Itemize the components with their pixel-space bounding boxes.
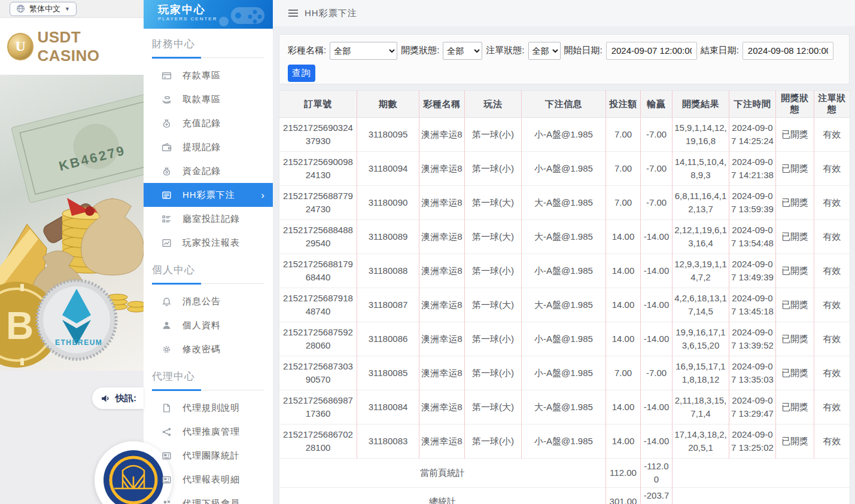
table-row: 215217256881796844031180088澳洲幸运8第一球(小)小-…	[279, 254, 850, 288]
table-cell: 14.00	[606, 220, 641, 254]
table-cell: 有效	[814, 186, 850, 220]
sidebar-item-withdraw-area[interactable]: 取款專區	[144, 87, 273, 111]
table-cell: -14.00	[641, 322, 673, 356]
table-cell: 第一球(小)	[465, 356, 522, 390]
sidebar-item-label: 代理報表明細	[182, 474, 240, 485]
order-status-label: 注單狀態:	[486, 45, 524, 56]
column-header: 開獎狀態	[776, 91, 814, 118]
sidebar-item-hh-lottery-bet[interactable]: HH彩票下注›	[144, 183, 273, 207]
deposit-card-icon	[162, 71, 172, 81]
sidebar-item-label: 個人資料	[182, 320, 221, 331]
wallet-icon	[162, 142, 172, 152]
column-header: 輸贏	[641, 91, 673, 118]
draw-status-select[interactable]: 全部	[443, 42, 482, 60]
table-cell: 31180094	[357, 152, 419, 186]
table-cell: 2024-09-07 13:49:39	[729, 254, 776, 288]
sidebar-item-funds-record[interactable]: 資金記錄	[144, 159, 273, 183]
column-header: 下注時間	[729, 91, 776, 118]
sidebar-item-agent-team-stats[interactable]: 代理團隊統計	[144, 444, 273, 468]
section-header: 代理中心	[144, 361, 273, 390]
table-row: 215217256873039057031180085澳洲幸运8第一球(小)小-…	[279, 356, 850, 390]
section-divider	[152, 56, 264, 58]
withdraw-hand-icon	[162, 94, 172, 105]
sidebar-item-room-bet-record[interactable]: 廳室投註記錄	[144, 207, 273, 231]
table-cell: 澳洲幸运8	[419, 152, 465, 186]
lottery-name-label: 彩種名稱:	[288, 45, 326, 56]
table-cell: 31180083	[357, 424, 419, 459]
table-cell: 澳洲幸运8	[419, 288, 465, 322]
sidebar-item-deposit-area[interactable]: 存款專區	[144, 63, 273, 87]
table-cell: 有效	[814, 254, 850, 288]
news-ticker[interactable]: 快訊:	[92, 387, 144, 409]
column-header: 訂單號	[279, 91, 357, 118]
news-stats-icon	[162, 451, 172, 461]
table-row: 215217256867022810031180083澳洲幸运8第一球(小)小-…	[279, 424, 850, 459]
members-icon	[162, 499, 172, 504]
table-cell: 17,14,3,18,2,20,5,1	[673, 424, 729, 459]
sidebar-item-label: 取款專區	[182, 94, 221, 105]
table-cell: 第一球(小)	[465, 254, 522, 288]
end-date-label: 結束日期:	[701, 45, 739, 56]
sidebar-item-change-password[interactable]: 修改密碼	[144, 337, 273, 361]
table-cell: 已開獎	[776, 186, 814, 220]
table-cell: 澳洲幸运8	[419, 356, 465, 390]
column-header: 下注信息	[522, 91, 606, 118]
search-button[interactable]: 查詢	[288, 65, 315, 82]
table-row: 215217256887792473031180090澳洲幸运8第一球(大)大-…	[279, 186, 850, 220]
sidebar-item-agent-report[interactable]: 代理報表明細	[144, 468, 273, 491]
sidebar-item-player-bet-report[interactable]: 玩家投注報表	[144, 231, 273, 255]
table-cell: 2152172568791848740	[279, 288, 357, 322]
sidebar-item-label: 消息公告	[182, 296, 221, 307]
summary-win-total: -203.72	[641, 487, 673, 504]
brand-logo[interactable]: U USDT CASINO	[0, 18, 144, 75]
table-cell: 19,9,16,17,13,6,15,20	[673, 322, 729, 356]
table-cell: 14.00	[606, 288, 641, 322]
table-cell: 31180088	[357, 254, 419, 288]
table-cell: -7.00	[641, 356, 673, 390]
dollar-bill: KB46279	[11, 90, 144, 203]
order-status-select[interactable]: 全部	[528, 42, 561, 60]
menu-toggle-icon[interactable]	[288, 10, 298, 17]
table-cell: 已開獎	[776, 356, 814, 390]
sidebar-item-profile[interactable]: 個人資料	[144, 313, 273, 337]
table-cell: 2,11,18,3,15,7,1,4	[673, 390, 729, 424]
svg-text:ETHEREUM: ETHEREUM	[55, 338, 102, 347]
sidebar-item-label: 充值記錄	[182, 118, 221, 129]
language-selector[interactable]: 繁体中文 ▼	[10, 2, 77, 16]
end-date-input[interactable]	[743, 42, 833, 60]
column-header: 開獎結果	[673, 91, 729, 118]
sidebar-item-withdraw-record[interactable]: 提現記錄	[144, 135, 273, 159]
table-cell: -14.00	[641, 254, 673, 288]
gear-icon	[162, 344, 172, 355]
section-divider	[152, 282, 264, 284]
column-header: 注單狀態	[814, 91, 850, 118]
bet-list-icon	[162, 190, 172, 200]
main-content: HH彩票下注 彩種名稱: 全部 開獎狀態: 全部 注單狀態: 全部 開始日期: …	[273, 0, 855, 504]
table-cell: 有效	[814, 356, 850, 390]
sidebar-item-agent-promotion[interactable]: 代理推廣管理	[144, 420, 273, 444]
table-cell: -14.00	[641, 288, 673, 322]
draw-status-label: 開獎狀態:	[401, 45, 439, 56]
table-cell: 澳洲幸运8	[419, 322, 465, 356]
sidebar-item-label: 廳室投註記錄	[182, 213, 240, 225]
table-cell: 小-A盤@1.985	[522, 322, 606, 356]
table-cell: 有效	[814, 152, 850, 186]
brand-name: USDT CASINO	[37, 28, 144, 65]
table-cell: 第一球(大)	[465, 390, 522, 424]
sidebar-item-announcements[interactable]: 消息公告	[144, 289, 273, 313]
start-date-input[interactable]	[606, 42, 697, 60]
table-cell: 7.00	[606, 356, 641, 390]
summary-label: 當前頁統計	[279, 459, 606, 488]
bets-table: 訂單號期數彩種名稱玩法下注信息投注額輸贏開獎結果下注時間開獎狀態注單狀態 215…	[279, 90, 850, 504]
left-promo-column: 繁体中文 ▼ U USDT CASINO KB46279	[0, 0, 144, 504]
sidebar-item-label: 代理下級會員	[182, 498, 240, 504]
sidebar-item-agent-rules[interactable]: 代理規則說明	[144, 396, 273, 420]
sidebar-item-recharge-record[interactable]: 充值記錄	[144, 111, 273, 135]
bets-table-panel: 訂單號期數彩種名稱玩法下注信息投注額輸贏開獎結果下注時間開獎狀態注單狀態 215…	[279, 90, 850, 504]
table-cell: 已開獎	[776, 220, 814, 254]
summary-win-total: -112.00	[641, 459, 673, 488]
table-cell: -14.00	[641, 390, 673, 424]
table-cell: 14,11,5,10,4,8,9,3	[673, 152, 729, 186]
lottery-name-select[interactable]: 全部	[330, 42, 397, 60]
sidebar-item-agent-members[interactable]: 代理下級會員	[144, 491, 273, 504]
